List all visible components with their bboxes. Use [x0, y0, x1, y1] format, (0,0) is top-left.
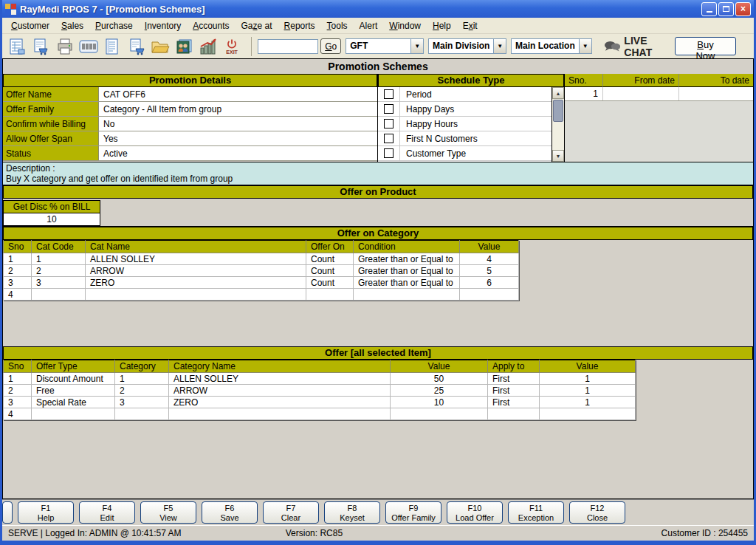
- cell[interactable]: First: [488, 373, 540, 385]
- cell[interactable]: 2: [115, 385, 169, 397]
- cell[interactable]: Count: [306, 265, 354, 277]
- customers-icon[interactable]: [173, 36, 194, 57]
- minimize-button[interactable]: [701, 2, 717, 16]
- scrollbar-thumb[interactable]: [553, 100, 563, 122]
- exit-icon[interactable]: EXIT: [221, 36, 242, 57]
- menu-customer[interactable]: Customer: [5, 19, 55, 32]
- go-button[interactable]: Go: [320, 38, 341, 54]
- cell[interactable]: Greater than or Equal to: [354, 277, 460, 289]
- cell[interactable]: 5: [460, 265, 519, 277]
- cell[interactable]: Greater than or Equal to: [354, 253, 460, 265]
- menu-accounts[interactable]: Accounts: [187, 19, 235, 32]
- cell[interactable]: 1: [32, 253, 86, 265]
- billing-icon[interactable]: [7, 36, 27, 57]
- f1-help-button[interactable]: F1Help: [18, 501, 74, 524]
- cell-to-date[interactable]: [679, 87, 753, 100]
- sales-cart-icon[interactable]: [30, 36, 51, 57]
- cell[interactable]: 25: [391, 385, 488, 397]
- menu-tools[interactable]: Tools: [321, 19, 354, 32]
- division-select[interactable]: Main Division▼: [428, 38, 506, 54]
- menu-gaze-at[interactable]: Gaze at: [236, 19, 278, 32]
- f11-exception-button[interactable]: F11Exception: [508, 501, 564, 524]
- cell[interactable]: ARROW: [86, 265, 306, 277]
- allow-offer-span-value[interactable]: Yes: [99, 131, 377, 145]
- cell[interactable]: 4: [4, 289, 32, 301]
- cell[interactable]: 50: [391, 373, 488, 385]
- cell[interactable]: [540, 408, 636, 420]
- print-icon[interactable]: [55, 36, 75, 57]
- open-folder-icon[interactable]: [150, 36, 171, 57]
- cell[interactable]: Discount Amount: [32, 373, 115, 385]
- menu-sales[interactable]: Sales: [55, 19, 89, 32]
- cell[interactable]: [169, 408, 391, 420]
- f5-view-button[interactable]: F5View: [140, 501, 196, 524]
- cell[interactable]: Special Rate: [32, 397, 115, 408]
- cell[interactable]: 4: [4, 408, 32, 420]
- cell[interactable]: 2: [4, 385, 32, 397]
- cell[interactable]: ALLEN SOLLEY: [169, 373, 391, 385]
- cell[interactable]: 3: [115, 397, 169, 408]
- cell[interactable]: Greater than or Equal to: [354, 265, 460, 277]
- cell[interactable]: Count: [306, 277, 354, 289]
- f9-offer-family-button[interactable]: F9Offer Family: [385, 501, 441, 524]
- menu-inventory[interactable]: Inventory: [139, 19, 187, 32]
- f6-save-button[interactable]: F6Save: [202, 501, 258, 524]
- f4-edit-button[interactable]: F4Edit: [79, 501, 135, 524]
- cell-sno[interactable]: 1: [565, 87, 603, 100]
- cell[interactable]: [460, 289, 519, 301]
- cell[interactable]: 6: [460, 277, 519, 289]
- cell[interactable]: 4: [460, 253, 519, 265]
- cell[interactable]: [391, 408, 488, 420]
- first-n-customers-checkbox[interactable]: [384, 134, 394, 143]
- cell[interactable]: [115, 408, 169, 420]
- happy-hours-checkbox[interactable]: [384, 119, 394, 128]
- menu-alert[interactable]: Alert: [354, 19, 384, 32]
- f8-keyset-button[interactable]: F8Keyset: [324, 501, 380, 524]
- cell[interactable]: 1: [4, 253, 32, 265]
- offer-family-value[interactable]: Category - All Item from group: [99, 102, 377, 116]
- cell[interactable]: 1: [115, 373, 169, 385]
- close-button[interactable]: ×: [735, 2, 751, 16]
- cell[interactable]: [488, 408, 540, 420]
- quick-search-input[interactable]: [258, 39, 318, 54]
- cell[interactable]: [32, 289, 86, 301]
- cell[interactable]: 1: [540, 385, 636, 397]
- cell[interactable]: First: [488, 397, 540, 408]
- cell[interactable]: Free: [32, 385, 115, 397]
- chart-icon[interactable]: [198, 36, 219, 57]
- scroll-up-icon[interactable]: ▲: [552, 87, 564, 99]
- happy-days-checkbox[interactable]: [384, 104, 394, 114]
- live-chat-link[interactable]: LIVE CHAT: [604, 35, 675, 58]
- cell[interactable]: ZERO: [169, 397, 391, 408]
- menu-exit[interactable]: Exit: [457, 19, 484, 32]
- cell[interactable]: ZERO: [86, 277, 306, 289]
- report-icon[interactable]: [102, 36, 123, 57]
- f10-load-offer-button[interactable]: F10Load Offer: [447, 501, 503, 524]
- cell[interactable]: First: [488, 385, 540, 397]
- customer-type-checkbox[interactable]: [384, 148, 394, 158]
- menu-reports[interactable]: Reports: [278, 19, 321, 32]
- menu-purchase[interactable]: Purchase: [89, 19, 139, 32]
- cell[interactable]: [86, 289, 306, 301]
- buy-now-button[interactable]: Buy Now: [675, 37, 736, 55]
- cell[interactable]: Count: [306, 253, 354, 265]
- cell[interactable]: [32, 408, 115, 420]
- cell[interactable]: ARROW: [169, 385, 391, 397]
- cell[interactable]: 2: [4, 265, 32, 277]
- cell[interactable]: 1: [540, 373, 636, 385]
- cell[interactable]: ALLEN SOLLEY: [86, 253, 306, 265]
- confirm-billing-value[interactable]: No: [99, 117, 377, 131]
- disc-on-bill-value[interactable]: 10: [4, 213, 100, 225]
- cell[interactable]: 3: [4, 277, 32, 289]
- offer-name-value[interactable]: CAT OFF6: [99, 87, 377, 101]
- location-select[interactable]: Main Location▼: [511, 38, 592, 54]
- barcode-icon[interactable]: [78, 36, 99, 57]
- cell[interactable]: 1: [4, 373, 32, 385]
- f7-clear-button[interactable]: F7Clear: [263, 501, 319, 524]
- cell[interactable]: 1: [540, 397, 636, 408]
- cell[interactable]: 3: [4, 397, 32, 408]
- purchase-cart-icon[interactable]: [126, 36, 147, 57]
- cell[interactable]: [306, 289, 354, 301]
- period-checkbox[interactable]: [384, 89, 394, 99]
- restore-button[interactable]: [718, 2, 734, 16]
